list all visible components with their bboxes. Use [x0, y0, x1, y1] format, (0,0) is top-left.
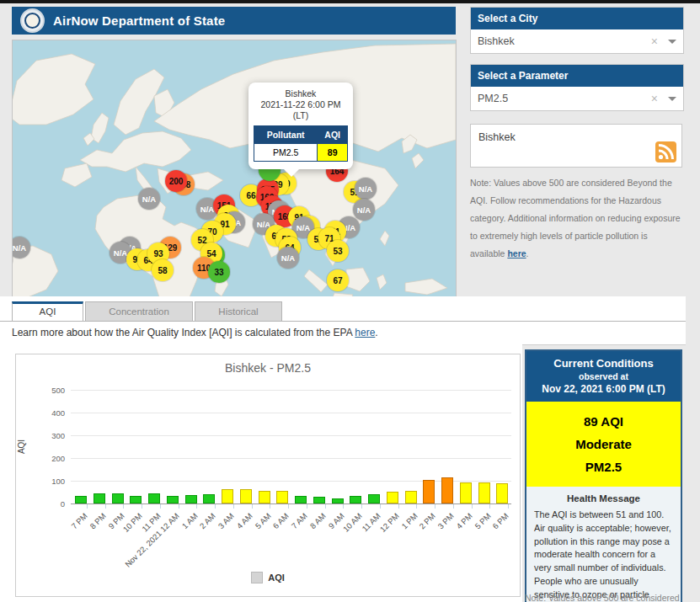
current-conditions-panel: Current Conditions observed at Nov 22, 2… — [525, 349, 682, 602]
chart-xtick — [453, 504, 454, 509]
chart-xtick — [380, 504, 381, 509]
chart-ytick-label: 0 — [40, 499, 65, 509]
chart-bar[interactable] — [332, 498, 344, 503]
page-title: AirNow Department of State — [53, 13, 225, 28]
chart-xtick — [87, 504, 88, 509]
popup-col-pollutant: Pollutant — [254, 126, 318, 144]
map-basemap — [13, 40, 456, 297]
aqi-bar-chart: Bishkek - PM2.5 AQI 0100200300400500 7 P… — [15, 354, 521, 597]
chart-legend[interactable]: AQI — [16, 572, 520, 583]
airnow-page: AirNow Department of State — [0, 0, 700, 602]
chart-bar[interactable] — [368, 494, 380, 503]
chart-bar[interactable] — [387, 492, 398, 503]
map-aqi-marker[interactable]: 33 — [208, 261, 230, 283]
map-aqi-marker[interactable]: N/A — [353, 199, 375, 221]
map-aqi-marker[interactable]: N/A — [277, 247, 299, 269]
chart-bar[interactable] — [185, 495, 197, 503]
chart-bar[interactable] — [222, 489, 233, 503]
chart-bar[interactable] — [478, 482, 490, 503]
rss-city-label: Bishkek — [478, 131, 516, 143]
chart-xtick — [270, 504, 270, 509]
learn-more-before: Learn more about how the Air Quality Ind… — [12, 327, 355, 338]
chart-xtick-label: 7 PM — [69, 511, 88, 530]
chart-xtick — [142, 504, 142, 509]
chart-xtick-label: 1 PM — [399, 511, 419, 530]
popup-col-aqi: AQI — [318, 126, 348, 144]
chart-bar[interactable] — [240, 489, 252, 503]
chart-xtick-label: 6 PM — [491, 511, 510, 530]
chart-xtick-label: 2 PM — [418, 511, 437, 530]
chart-bar[interactable] — [259, 491, 270, 503]
chart-bar[interactable] — [423, 480, 435, 503]
chart-xtick-label: 3 AM — [216, 511, 236, 530]
learn-more-period: . — [375, 327, 377, 338]
conditions-observed-at: observed at — [530, 370, 677, 382]
chart-xtick-label: 5 AM — [253, 511, 272, 530]
tab-aqi[interactable]: AQI — [12, 301, 83, 321]
map-aqi-marker[interactable]: 67 — [327, 269, 349, 291]
chart-bar[interactable] — [148, 493, 160, 503]
chart-bar[interactable] — [203, 494, 215, 503]
chart-bar[interactable] — [441, 477, 453, 503]
chart-bar[interactable] — [94, 493, 105, 503]
chart-bar[interactable] — [295, 496, 307, 503]
map-popup: Bishkek 2021-11-22 6:00 PM (LT) Pollutan… — [248, 83, 353, 169]
chart-xtick — [489, 504, 490, 509]
chart-bar[interactable] — [130, 496, 142, 503]
chart-gridline — [71, 390, 511, 391]
map-aqi-marker[interactable]: 53 — [327, 240, 349, 262]
chart-bar[interactable] — [496, 483, 508, 503]
chart-bar[interactable] — [167, 496, 179, 503]
tabs-strip: AQI Concentration Historical Learn more … — [0, 296, 686, 345]
chart-xtick — [435, 504, 435, 509]
tab-historical[interactable]: Historical — [195, 301, 282, 321]
learn-more-here-link[interactable]: here — [355, 327, 375, 338]
chart-xtick — [398, 504, 399, 509]
chart-bar[interactable] — [460, 482, 472, 503]
chart-xtick — [160, 504, 161, 509]
chart-xtick — [472, 504, 473, 509]
note-here-link[interactable]: here — [507, 248, 526, 258]
chart-xtick-label: 5 PM — [473, 511, 492, 530]
tab-concentration[interactable]: Concentration — [85, 301, 193, 321]
chart-ytick-label: 500 — [40, 386, 65, 395]
city-select-widget: Select a City Bishkek × — [470, 7, 684, 54]
chart-bar[interactable] — [350, 496, 361, 503]
tabs-underline — [0, 321, 686, 322]
chevron-down-icon[interactable] — [668, 97, 676, 105]
world-aqi-map[interactable]: N/AN/A138200N/A15192N/A91705254129N/AN/A… — [12, 40, 457, 298]
chart-bar[interactable] — [276, 491, 288, 503]
map-aqi-marker[interactable]: N/A — [355, 178, 377, 200]
chart-bar[interactable] — [112, 493, 124, 503]
popup-aqi-table: Pollutant AQI PM2.5 89 — [254, 125, 348, 162]
conditions-aqi-block: 89 AQI Moderate PM2.5 — [526, 402, 681, 487]
chart-xtick — [325, 504, 326, 509]
chart-xtick-label: 10 AM — [341, 511, 364, 534]
city-select[interactable]: Bishkek × — [471, 29, 683, 53]
chart-xtick — [361, 504, 362, 509]
app-header: AirNow Department of State — [12, 7, 456, 35]
note-period: . — [526, 248, 529, 258]
chart-xtick-label: 6 AM — [271, 511, 291, 530]
sidebar-note: Note: Values above 500 are considered Be… — [470, 174, 684, 263]
chart-xtick — [123, 504, 124, 509]
conditions-category: Moderate — [530, 433, 677, 455]
popup-datetime: 2021-11-22 6:00 PM — [254, 99, 348, 110]
map-aqi-marker[interactable]: N/A — [138, 188, 160, 210]
chart-bar[interactable] — [405, 491, 417, 503]
parameter-select[interactable]: PM2.5 × — [471, 87, 683, 110]
chart-gridline — [71, 458, 511, 459]
conditions-header: Current Conditions observed at Nov 22, 2… — [526, 351, 681, 402]
chart-bar[interactable] — [313, 497, 325, 503]
map-aqi-marker[interactable]: 200 — [165, 170, 187, 192]
clear-parameter-icon[interactable]: × — [651, 92, 658, 105]
rss-icon[interactable] — [655, 141, 676, 162]
map-aqi-marker[interactable]: 58 — [152, 259, 174, 281]
conditions-title: Current Conditions — [530, 356, 677, 370]
chart-xtick — [105, 504, 106, 509]
popup-city: Bishkek — [254, 88, 348, 99]
health-message-block: Health Message The AQI is between 51 and… — [526, 487, 681, 602]
clear-city-icon[interactable]: × — [651, 35, 658, 48]
chevron-down-icon[interactable] — [668, 40, 676, 48]
chart-bar[interactable] — [75, 496, 87, 503]
